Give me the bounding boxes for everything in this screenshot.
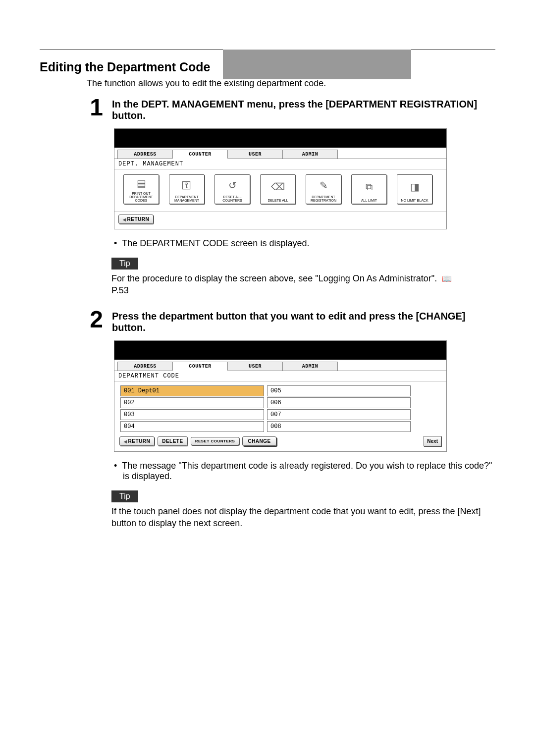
eraser-icon: ⌫: [271, 175, 285, 199]
step-1: 1 In the DEPT. MANAGEMENT menu, press th…: [40, 96, 495, 121]
button-bar: RETURN: [114, 211, 446, 229]
icon-label: ALL LIMIT: [361, 199, 377, 202]
btn-all-limit[interactable]: ⧉ ALL LIMIT: [351, 174, 387, 204]
reset-counters-button[interactable]: RESET COUNTERS: [191, 437, 240, 445]
step-2: 2 Press the department button that you w…: [40, 308, 495, 333]
dept-cell-002[interactable]: 002: [120, 397, 264, 408]
dept-cell-001[interactable]: 001 Dept01: [120, 385, 264, 396]
tab-user[interactable]: USER: [227, 362, 283, 371]
header-gray-block: [223, 50, 411, 79]
screenshot-tabs: ADDRESS COUNTER USER ADMIN: [114, 360, 446, 371]
screenshot-dept-management: ADDRESS COUNTER USER ADMIN DEPT. MANAGEM…: [114, 128, 447, 229]
key-icon: ⚿: [182, 175, 192, 195]
dept-column-left: 001 Dept01 002 003 004: [120, 385, 264, 433]
change-button[interactable]: CHANGE: [242, 436, 276, 446]
tip-text: For the procedure to display the screen …: [111, 272, 495, 297]
dept-cell-008[interactable]: 008: [267, 421, 411, 432]
tab-admin[interactable]: ADMIN: [282, 150, 338, 159]
limit-icon: ⧉: [366, 175, 373, 199]
tab-counter[interactable]: COUNTER: [172, 362, 228, 371]
dept-cell-004[interactable]: 004: [120, 421, 264, 432]
tip-text: If the touch panel does not display the …: [111, 505, 495, 530]
intro-text: The function allows you to edit the exis…: [87, 78, 495, 89]
document-list-icon: ▤: [137, 175, 146, 192]
icon-button-row: ▤ PRINT OUT DEPARTMENT CODES ⚿ DEPARTMEN…: [114, 169, 446, 211]
step-2-text: Press the department button that you wan…: [112, 311, 495, 333]
dept-cell-007[interactable]: 007: [267, 409, 411, 420]
btn-dept-management[interactable]: ⚿ DEPARTMENT MANAGEMENT: [169, 174, 205, 204]
breadcrumb-label: DEPT. MANAGEMENT: [114, 159, 446, 169]
edit-list-icon: ✎: [320, 175, 328, 195]
btn-dept-registration[interactable]: ✎ DEPARTMENT REGISTRATION: [306, 174, 341, 204]
tab-admin[interactable]: ADMIN: [282, 362, 338, 371]
tab-counter[interactable]: COUNTER: [172, 150, 228, 159]
dept-column-right: 005 006 007 008: [267, 385, 411, 433]
button-bar: RETURN DELETE RESET COUNTERS CHANGE Next: [114, 435, 446, 451]
reset-icon: ↺: [228, 175, 237, 195]
tab-user[interactable]: USER: [227, 150, 283, 159]
screenshot-black-strip: [114, 341, 446, 360]
tip-badge: Tip: [111, 258, 138, 270]
tab-address[interactable]: ADDRESS: [117, 150, 173, 159]
department-grid: 001 Dept01 002 003 004 005 006 007 008: [114, 381, 446, 435]
icon-label: DEPARTMENT MANAGEMENT: [169, 195, 204, 202]
btn-reset-all-counters[interactable]: ↺ RESET ALL COUNTERS: [214, 174, 250, 204]
next-button[interactable]: Next: [424, 436, 441, 446]
bullet-item: The DEPARTMENT CODE screen is displayed.: [114, 238, 495, 249]
dept-cell-006[interactable]: 006: [267, 397, 411, 408]
step-2-number: 2: [73, 308, 103, 331]
step-1-text: In the DEPT. MANAGEMENT menu, press the …: [112, 99, 495, 121]
return-button[interactable]: RETURN: [119, 436, 155, 446]
screenshot-dept-code: ADDRESS COUNTER USER ADMIN DEPARTMENT CO…: [114, 340, 447, 452]
delete-button[interactable]: DELETE: [158, 436, 187, 446]
tip-text-a: For the procedure to display the screen …: [111, 273, 437, 283]
color-block-icon: ◨: [410, 175, 420, 199]
screenshot-black-strip: [114, 129, 446, 148]
btn-print-out-codes[interactable]: ▤ PRINT OUT DEPARTMENT CODES: [123, 174, 159, 204]
tab-address[interactable]: ADDRESS: [117, 362, 173, 371]
step-1-number: 1: [73, 96, 103, 119]
icon-label: DEPARTMENT REGISTRATION: [306, 195, 341, 202]
icon-label: RESET ALL COUNTERS: [215, 195, 250, 202]
return-button[interactable]: RETURN: [118, 215, 154, 224]
tip-badge: Tip: [111, 490, 138, 502]
breadcrumb-label: DEPARTMENT CODE: [114, 371, 446, 381]
icon-label: PRINT OUT DEPARTMENT CODES: [124, 192, 159, 202]
tip-text-b: P.53: [111, 285, 129, 295]
bullet-list: The DEPARTMENT CODE screen is displayed.: [114, 238, 495, 249]
book-reference-icon: 📖: [442, 273, 452, 284]
screenshot-tabs: ADDRESS COUNTER USER ADMIN: [114, 148, 446, 159]
dept-cell-005[interactable]: 005: [267, 385, 411, 396]
btn-no-limit-black[interactable]: ◨ NO LIMIT BLACK: [397, 174, 432, 204]
icon-label: DELETE ALL: [268, 199, 288, 202]
btn-delete-all[interactable]: ⌫ DELETE ALL: [260, 174, 296, 204]
icon-label: NO LIMIT BLACK: [401, 199, 428, 202]
dept-cell-003[interactable]: 003: [120, 409, 264, 420]
bullet-list: The message "This department code is alr…: [114, 461, 495, 482]
bullet-item: The message "This department code is alr…: [114, 461, 495, 482]
